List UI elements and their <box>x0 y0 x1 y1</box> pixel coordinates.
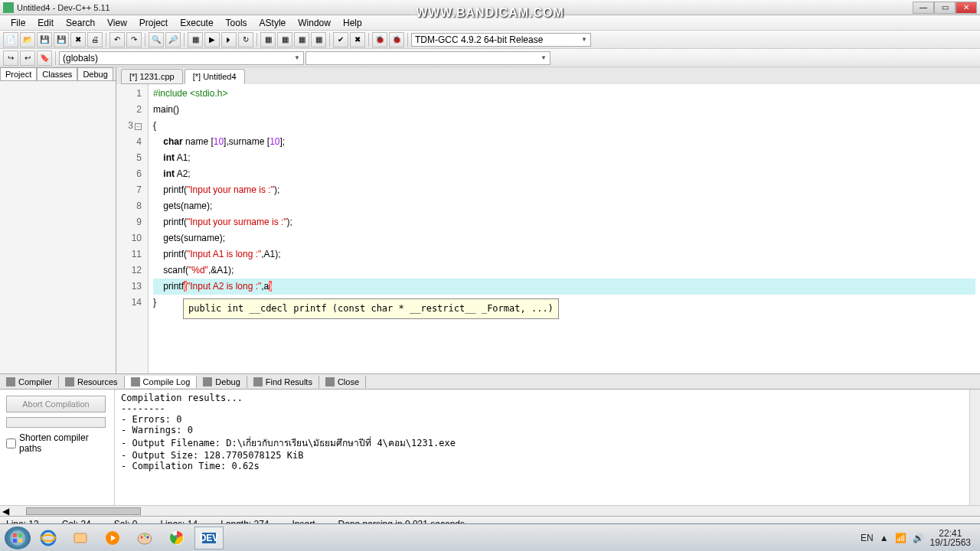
bottom-tab-debug[interactable]: Debug <box>197 376 247 388</box>
bottom-tab-close[interactable]: Close <box>319 376 366 388</box>
compile-run-icon[interactable]: ⏵ <box>221 32 237 47</box>
separator <box>407 33 408 47</box>
function-select[interactable]: ▼ <box>305 51 550 65</box>
vertical-scrollbar[interactable] <box>969 390 980 505</box>
goto1-icon[interactable]: ↪ <box>3 51 18 66</box>
svg-point-6 <box>41 535 55 541</box>
menu-astyle[interactable]: AStyle <box>253 16 292 30</box>
app-icon <box>3 2 14 13</box>
close-button[interactable]: ✕ <box>956 2 977 14</box>
new-file-icon[interactable]: 📄 <box>3 32 18 47</box>
file-tab[interactable]: [*] 1231.cpp <box>121 69 183 84</box>
taskbar: DEV EN ▲ 📶 🔊 22:41 19/1/2563 <box>0 523 980 551</box>
abort-compilation-button[interactable]: Abort Compilation <box>6 396 106 412</box>
debug-icon[interactable]: 🐞 <box>372 32 387 47</box>
bottom-tab-compile-log[interactable]: Compile Log <box>125 376 198 388</box>
toolbar-main: 📄 📂 💾 💾 ✖ 🖨 ↶ ↷ 🔍 🔎 ▦ ▶ ⏵ ↻ ▦ ▦ ▦ ▦ ✔ ✖ … <box>0 31 980 49</box>
grid3-icon[interactable]: ▦ <box>294 32 309 47</box>
find-icon[interactable]: 🔍 <box>149 32 164 47</box>
svg-point-5 <box>41 531 55 545</box>
menu-view[interactable]: View <box>101 16 133 30</box>
menu-project[interactable]: Project <box>133 16 174 30</box>
compile-icon[interactable]: ▦ <box>188 32 203 47</box>
globals-select[interactable]: (globals)▼ <box>59 51 304 65</box>
grid1-icon[interactable]: ▦ <box>260 32 276 47</box>
goto2-icon[interactable]: ↩ <box>20 51 35 66</box>
compiler-select[interactable]: TDM-GCC 4.9.2 64-bit Release▼ <box>411 33 591 47</box>
svg-rect-2 <box>18 533 22 537</box>
tray-flag-icon[interactable]: ▲ <box>880 533 889 543</box>
watermark: WWW.BANDICAM.COM <box>416 6 564 20</box>
svg-rect-7 <box>74 533 87 543</box>
menu-file[interactable]: File <box>5 16 31 30</box>
taskbar-explorer-icon[interactable] <box>66 527 95 549</box>
replace-icon[interactable]: 🔎 <box>165 32 181 47</box>
sidetab-project[interactable]: Project <box>0 67 37 80</box>
sidetab-debug[interactable]: Debug <box>77 67 113 80</box>
tray-clock[interactable]: 22:41 19/1/2563 <box>930 529 975 547</box>
taskbar-media-icon[interactable] <box>98 527 127 549</box>
taskbar-devcpp-icon[interactable]: DEV <box>194 527 224 549</box>
close-file-icon[interactable]: ✖ <box>70 32 86 47</box>
menu-help[interactable]: Help <box>337 16 368 30</box>
progress-bar <box>6 417 106 428</box>
separator <box>184 33 185 47</box>
code-area[interactable]: #include <stdio.h>main(){ char name [10]… <box>149 84 980 373</box>
bottom-tab-resources[interactable]: Resources <box>59 376 125 388</box>
bookmark-icon[interactable]: 🔖 <box>37 51 52 66</box>
undo-icon[interactable]: ↶ <box>109 32 125 47</box>
start-button[interactable] <box>5 527 31 549</box>
svg-point-0 <box>10 530 25 546</box>
svg-point-12 <box>144 534 146 536</box>
save-icon[interactable]: 💾 <box>37 32 52 47</box>
menu-window[interactable]: Window <box>292 16 337 30</box>
code-editor[interactable]: 123−4567891011121314 #include <stdio.h>m… <box>116 84 980 373</box>
bottom-tab-compiler[interactable]: Compiler <box>0 376 59 388</box>
check-icon[interactable]: ✔ <box>333 32 348 47</box>
sidetab-classes[interactable]: Classes <box>37 67 77 80</box>
tray-volume-icon[interactable]: 🔊 <box>913 533 924 543</box>
code-tooltip: public int __cdecl printf (const char * … <box>183 298 559 319</box>
run-icon[interactable]: ▶ <box>204 32 220 47</box>
taskbar-paint-icon[interactable] <box>130 527 159 549</box>
redo-icon[interactable]: ↷ <box>126 32 142 47</box>
file-tabs: [*] 1231.cpp[*] Untitled4 <box>116 67 980 84</box>
side-panel: ProjectClassesDebug <box>0 67 116 373</box>
toolbar-secondary: ↪ ↩ 🔖 (globals)▼ ▼ <box>0 49 980 67</box>
menu-search[interactable]: Search <box>60 16 101 30</box>
minimize-button[interactable]: — <box>913 2 934 14</box>
bottom-tab-find-results[interactable]: Find Results <box>247 376 319 388</box>
debug2-icon[interactable]: 🐞 <box>389 32 404 47</box>
save-all-icon[interactable]: 💾 <box>54 32 69 47</box>
bottom-tabs: CompilerResourcesCompile LogDebugFind Re… <box>0 373 980 389</box>
system-tray[interactable]: EN ▲ 📶 🔊 22:41 19/1/2563 <box>861 529 975 547</box>
open-file-icon[interactable]: 📂 <box>20 32 35 47</box>
horizontal-scrollbar[interactable]: ◀ <box>0 505 980 516</box>
line-gutter: 123−4567891011121314 <box>116 84 149 373</box>
taskbar-ie-icon[interactable] <box>34 527 63 549</box>
tray-network-icon[interactable]: 📶 <box>895 533 906 543</box>
svg-text:DEV: DEV <box>200 533 218 543</box>
language-indicator[interactable]: EN <box>861 533 874 543</box>
svg-rect-1 <box>13 533 17 537</box>
delete-icon[interactable]: ✖ <box>350 32 365 47</box>
menu-edit[interactable]: Edit <box>31 16 60 30</box>
menu-tools[interactable]: Tools <box>220 16 253 30</box>
grid2-icon[interactable]: ▦ <box>277 32 292 47</box>
file-tab[interactable]: [*] Untitled4 <box>185 69 245 84</box>
menu-execute[interactable]: Execute <box>174 16 219 30</box>
rebuild-icon[interactable]: ↻ <box>238 32 253 47</box>
compile-output[interactable]: Compilation results... -------- - Errors… <box>115 390 969 505</box>
print-icon[interactable]: 🖨 <box>87 32 103 47</box>
separator <box>256 33 257 47</box>
compile-log-panel: Abort Compilation Shorten compiler paths… <box>0 389 980 505</box>
separator <box>145 33 145 47</box>
maximize-button[interactable]: ▭ <box>934 2 956 14</box>
separator <box>368 33 369 47</box>
grid4-icon[interactable]: ▦ <box>311 32 326 47</box>
taskbar-chrome-icon[interactable] <box>162 527 191 549</box>
shorten-paths-checkbox[interactable]: Shorten compiler paths <box>6 432 108 454</box>
separator <box>106 33 106 47</box>
separator <box>55 51 56 65</box>
separator <box>329 33 330 47</box>
